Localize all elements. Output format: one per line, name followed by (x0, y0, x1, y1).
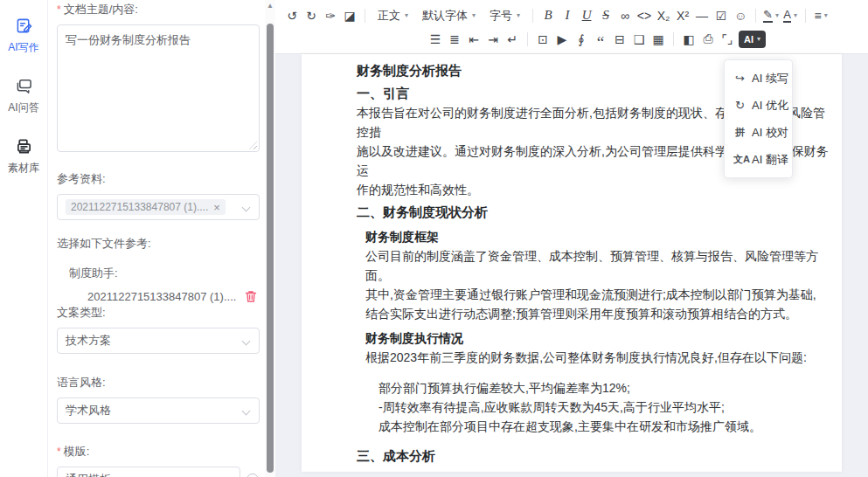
divider-block-icon[interactable]: ⊟ (610, 30, 629, 49)
redo-icon[interactable]: ↻ (302, 6, 321, 25)
chevron-down-icon (242, 204, 251, 212)
file-name: 2021122715133847807 (1).... (87, 290, 236, 303)
font-family-dropdown[interactable]: 默认字体▾ (415, 6, 483, 25)
bold-button[interactable]: B (538, 6, 558, 25)
doc-paragraph: 根据2023年前三季度的财务数据,公司整体财务制度执行情况良好,但存在以下问题: (365, 348, 831, 367)
sidebar-item-素材库[interactable]: 素材库 (8, 138, 39, 176)
file-row: 2021122715133847807 (1).... (87, 290, 257, 303)
caret-down-icon: ▾ (472, 11, 476, 19)
ai-optimize[interactable]: ↻AI 优化 (725, 92, 792, 119)
format-painter-icon[interactable]: ✑ (321, 6, 340, 25)
ai-translate[interactable]: 文AAI 翻译 (725, 146, 792, 173)
template-value: 通用模板 (66, 472, 111, 477)
caret-down-icon: ▾ (757, 35, 760, 43)
sidebar-item-AI写作[interactable]: AI写作 (8, 17, 38, 55)
panel-icon[interactable]: ◧ (679, 30, 698, 49)
sidebar-item-label: 素材库 (8, 161, 39, 176)
menu-item-label: AI 翻译 (752, 152, 788, 168)
font-size-dropdown[interactable]: 字号▾ (483, 6, 527, 25)
scroll-up-icon[interactable]: ▲ (266, 2, 274, 10)
blockquote-icon[interactable]: “ (591, 30, 610, 49)
menu-item-label: AI 校对 (752, 125, 788, 141)
sidebar-item-label: AI问答 (8, 100, 38, 115)
file-section-label: 选择如下文件参考: (57, 236, 260, 252)
inline-code-icon[interactable]: <> (635, 6, 654, 25)
app-sidebar: AI写作AI问答素材库 (0, 0, 48, 477)
outdent-icon[interactable]: ⇤ (464, 30, 483, 49)
underline-button[interactable]: U (577, 6, 596, 25)
topic-textarea[interactable]: 写一份财务制度分析报告 (57, 24, 260, 152)
sidebar-item-AI问答[interactable]: AI问答 (8, 78, 38, 115)
caret-down-icon: ▾ (775, 11, 779, 19)
menu-item-label: AI 优化 (752, 98, 788, 114)
toolbar-divider (673, 32, 674, 46)
ai-continue-writing[interactable]: ↪AI 续写 (725, 65, 792, 92)
style-select[interactable]: 学术风格 (57, 398, 260, 424)
caret-down-icon: ▾ (405, 11, 408, 19)
strikethrough-button[interactable]: S (596, 6, 615, 25)
eraser-icon[interactable]: ◪ (340, 6, 359, 25)
link-icon[interactable]: ∞ (615, 6, 635, 25)
ai-dropdown-button[interactable]: AI▾ (739, 31, 766, 48)
toolbar-divider (755, 9, 756, 23)
italic-button[interactable]: I (558, 6, 577, 25)
caret-down-icon: ▾ (517, 11, 520, 19)
indent-icon[interactable]: ⇥ (483, 30, 503, 49)
remove-tag-icon[interactable]: × (213, 202, 220, 213)
toolbar-divider (365, 9, 365, 23)
sidebar-item-label: AI写作 (8, 40, 38, 55)
attachment-icon[interactable]: ∮ (572, 30, 591, 49)
doc-type-label: 文案类型: (57, 305, 260, 321)
doc-type-value: 技术方案 (66, 333, 111, 349)
undo-icon[interactable]: ↺ (282, 6, 302, 25)
highlight-pen-dropdown[interactable]: ✎▾ (761, 6, 781, 25)
chat-icon (16, 78, 32, 98)
doc-type-select[interactable]: 技术方案 (57, 328, 260, 354)
superscript-icon[interactable]: X² (673, 6, 692, 25)
optimize-icon: ↻ (733, 99, 746, 112)
toolbar-divider (527, 32, 528, 46)
ordered-list-icon[interactable]: ≣ (445, 30, 464, 49)
font-color-dropdown[interactable]: A▾ (781, 6, 800, 25)
delete-file-icon[interactable] (245, 290, 257, 303)
ai-dropdown-menu: ↪AI 续写↻AI 优化拼AI 校对文AAI 翻译 (724, 59, 793, 178)
subscript-icon[interactable]: X₂ (654, 6, 673, 25)
align-dropdown[interactable]: ≡▾ (811, 6, 830, 25)
template-select[interactable]: 通用模板 ✓ (57, 467, 240, 477)
paragraph-dropdown[interactable]: 正文▾ (371, 6, 415, 25)
text-wrap-icon[interactable]: ↵ (503, 30, 522, 49)
doc-list-item: -周转效率有待提高,应收账款周转天数为45天,高于行业平均水平; (378, 398, 831, 417)
toolbar-divider (805, 9, 806, 23)
reference-label: 参考资料: (57, 171, 260, 187)
todo-checkbox-icon[interactable]: ☑ (712, 6, 731, 25)
doc-heading: 二、财务制度现状分析 (357, 203, 831, 222)
toolbar-divider (532, 9, 533, 23)
style-value: 学术风格 (66, 403, 111, 418)
horizontal-rule-icon[interactable]: — (692, 6, 712, 25)
template-label: 模版: (57, 444, 260, 460)
image-icon[interactable]: ⊡ (533, 30, 552, 49)
scrollbar-thumb[interactable] (267, 24, 274, 473)
reference-select[interactable]: 2021122715133847807 (1).... × (57, 194, 260, 220)
caret-down-icon: ▾ (794, 11, 797, 19)
form-scrollbar[interactable]: ▲ (265, 0, 275, 477)
print-icon[interactable]: ⎙ (698, 30, 718, 49)
proofread-icon: 拼 (733, 126, 746, 139)
video-icon[interactable]: ▶ (552, 30, 572, 49)
doc-subheading: 成本构成 (365, 471, 831, 472)
library-icon (16, 138, 32, 158)
table-icon[interactable]: ▦ (649, 30, 668, 49)
bullet-list-icon[interactable]: ☰ (426, 30, 445, 49)
ai-proofread[interactable]: 拼AI 校对 (725, 119, 792, 146)
chevron-down-icon (242, 337, 251, 346)
resize-handle[interactable] (249, 142, 257, 149)
caret-down-icon: ▾ (824, 11, 828, 19)
style-label: 语言风格: (57, 375, 260, 391)
doc-list-item: 部分部门预算执行偏差较大,平均偏差率为12%; (378, 378, 831, 398)
emoji-icon[interactable]: ☺ (731, 6, 750, 25)
assistant-label: 制度助手: (69, 266, 260, 281)
doc-subheading: 财务制度执行情况 (365, 328, 831, 348)
fullscreen-icon[interactable]: ⌜⌟ (718, 30, 737, 49)
check-circle-icon: ✓ (247, 474, 259, 477)
code-block-icon[interactable]: ❑ (629, 30, 649, 49)
